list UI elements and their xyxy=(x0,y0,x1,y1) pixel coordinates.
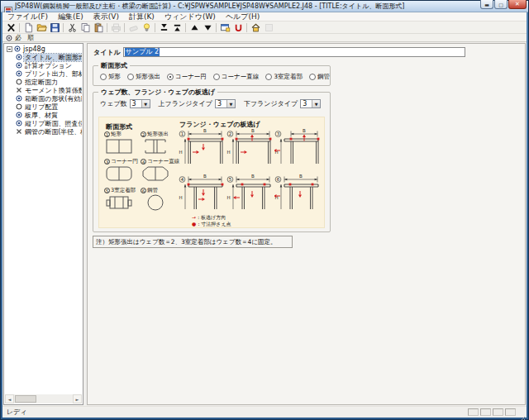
svg-text:B: B xyxy=(299,174,303,179)
toolbar-separator xyxy=(246,23,247,32)
toolbar-button-open-folder[interactable] xyxy=(35,21,48,33)
radio-label: 鋼管 xyxy=(317,73,330,81)
combo-select[interactable]: 3▼ xyxy=(300,99,321,108)
radio-option[interactable]: 3室定着部 xyxy=(265,73,303,81)
order-filter-label[interactable]: 順 xyxy=(27,34,34,41)
radio-dot[interactable] xyxy=(309,74,316,80)
tree-horizontal-scrollbar[interactable]: ◄ ► xyxy=(5,394,82,403)
section-shape-rect: 1矩形 xyxy=(104,131,141,159)
radio-dot[interactable] xyxy=(100,74,107,80)
tree-item-label[interactable]: 縦リブ断面、照査位置 xyxy=(24,120,82,127)
chevron-down-icon[interactable]: ▼ xyxy=(226,100,235,107)
tree-item[interactable]: 鋼管の断面(半径、板厚、材 xyxy=(5,127,82,136)
tree-item[interactable]: 縦リブ配置 xyxy=(5,103,82,111)
radio-dot[interactable] xyxy=(127,74,134,80)
radio-dot[interactable] xyxy=(213,74,220,80)
toolbar-button-lightbulb[interactable] xyxy=(140,21,153,33)
toolbar-button-home[interactable] xyxy=(249,21,262,33)
scroll-thumb[interactable] xyxy=(15,395,36,403)
svg-text:H: H xyxy=(179,150,183,155)
radio-option[interactable]: コーナー直線 xyxy=(213,73,259,81)
tree-item[interactable]: 箱断面の形状(有効座屈長、 xyxy=(5,94,82,103)
tree-item-label[interactable]: 箱断面の形状(有効座屈長、 xyxy=(24,95,82,103)
svg-text:H: H xyxy=(227,195,231,200)
radio-dot[interactable] xyxy=(265,74,272,80)
escape-diagram: 3BH xyxy=(274,128,322,168)
toolbar-button-close-x[interactable] xyxy=(4,21,17,33)
toolbar-button-undo-red[interactable] xyxy=(231,21,245,33)
chamfer-shape-icon xyxy=(141,165,170,183)
toolbar-button-move-up[interactable] xyxy=(188,21,201,33)
toolbar-button-move-top[interactable] xyxy=(170,21,183,33)
toolbar-separator xyxy=(63,23,64,32)
section-shape-pipe: 6鋼管 xyxy=(141,187,177,215)
tree-item-label[interactable]: モーメント換算係数 xyxy=(24,87,82,94)
toolbar-separator xyxy=(19,23,20,32)
required-filter-icon[interactable] xyxy=(6,35,12,41)
combo-select[interactable]: 3▼ xyxy=(130,99,150,108)
tree-expander[interactable] xyxy=(7,46,12,52)
radio-option[interactable]: 鋼管 xyxy=(309,73,330,81)
tree-item[interactable]: 指定断面力 xyxy=(5,78,82,86)
toolbar-separator xyxy=(155,23,155,32)
window-title: JSP48W(鋼製橋脚一般部及び主桁・横梁の断面計算) - C:¥JSPW¥SA… xyxy=(15,2,477,11)
minimize-button[interactable]: ▬ xyxy=(480,0,493,9)
radio-label: コーナー直線 xyxy=(222,73,259,81)
menu-item[interactable]: 計算(K) xyxy=(124,12,160,21)
section-shape-chamfer: 4コーナー直線 xyxy=(141,158,177,186)
toolbar-button-move-down[interactable] xyxy=(201,21,214,33)
radio-option[interactable]: コーナー円 xyxy=(167,73,207,81)
tree-item[interactable]: 計算オプション xyxy=(5,61,82,69)
menu-item[interactable]: ウィンドウ(W) xyxy=(160,12,221,21)
tree-item[interactable]: モーメント換算係数 xyxy=(5,86,82,94)
required-filter-label[interactable]: 必 xyxy=(15,34,21,41)
toolbar-button-move-bottom[interactable] xyxy=(157,21,170,33)
title-input[interactable]: サンプル 2 xyxy=(123,47,465,57)
scroll-left-button[interactable]: ◄ xyxy=(5,394,14,403)
menu-item[interactable]: 編集(E) xyxy=(53,12,88,21)
scroll-track[interactable] xyxy=(14,394,73,403)
x-icon xyxy=(16,128,22,135)
radio-option[interactable]: 矩形張出 xyxy=(127,73,160,81)
toolbar-button-copy[interactable] xyxy=(79,21,92,33)
circle-icon xyxy=(16,79,22,85)
menu-item[interactable]: ファイル(F) xyxy=(2,12,53,21)
tree-root[interactable]: jsp48g xyxy=(5,45,82,53)
tree-item[interactable]: 板厚、材質 xyxy=(5,111,82,119)
tree-root-label[interactable]: jsp48g xyxy=(22,45,46,53)
section-type-group-label: 断面形式 xyxy=(98,62,130,69)
move-top-icon xyxy=(172,22,183,33)
target-icon xyxy=(16,112,22,118)
tree-item[interactable]: 縦リブ断面、照査位置 xyxy=(5,119,82,127)
navigation-tree: jsp48g タイトル、断面形式計算オプションプリント出力、部材名称指定断面力モ… xyxy=(5,45,82,394)
tree-item-label[interactable]: 指定断面力 xyxy=(24,79,59,86)
svg-text:5: 5 xyxy=(229,177,232,182)
chevron-down-icon[interactable]: ▼ xyxy=(312,100,320,107)
radio-option[interactable]: 矩形 xyxy=(100,73,121,81)
escape-diagram: 2BH xyxy=(226,128,274,168)
navigation-tree-panel: jsp48g タイトル、断面形式計算オプションプリント出力、部材名称指定断面力モ… xyxy=(3,43,83,405)
tree-item[interactable]: プリント出力、部材名称 xyxy=(5,69,82,78)
resize-grip[interactable] xyxy=(518,411,526,418)
combo-select[interactable]: 3▼ xyxy=(215,99,236,108)
tree-item-label[interactable]: 計算オプション xyxy=(24,62,73,69)
toolbar-button-window-new[interactable] xyxy=(218,21,231,33)
combo-value: 3 xyxy=(131,100,141,107)
tree-item-label[interactable]: タイトル、断面形式 xyxy=(24,54,82,61)
chevron-down-icon[interactable]: ▼ xyxy=(141,100,150,107)
menu-item[interactable]: 表示(V) xyxy=(88,12,124,21)
radio-dot[interactable] xyxy=(167,74,174,80)
toolbar-button-cut[interactable] xyxy=(65,21,79,33)
tree-item-label[interactable]: 鋼管の断面(半径、板厚、材 xyxy=(24,128,82,136)
scroll-right-button[interactable]: ► xyxy=(73,394,82,403)
toolbar-button-paste[interactable] xyxy=(92,21,105,33)
tree-item-label[interactable]: プリント出力、部材名称 xyxy=(24,70,82,78)
maximize-button[interactable]: ▢ xyxy=(494,0,508,9)
menu-item[interactable]: ヘルプ(H) xyxy=(221,12,264,21)
tree-item-label[interactable]: 板厚、材質 xyxy=(24,112,59,119)
toolbar-button-new-file[interactable] xyxy=(21,21,35,33)
tree-item[interactable]: タイトル、断面形式 xyxy=(5,53,82,61)
toolbar-button-save[interactable] xyxy=(48,21,61,33)
tree-item-label[interactable]: 縦リブ配置 xyxy=(24,103,59,111)
close-button[interactable]: ✕ xyxy=(508,0,527,9)
